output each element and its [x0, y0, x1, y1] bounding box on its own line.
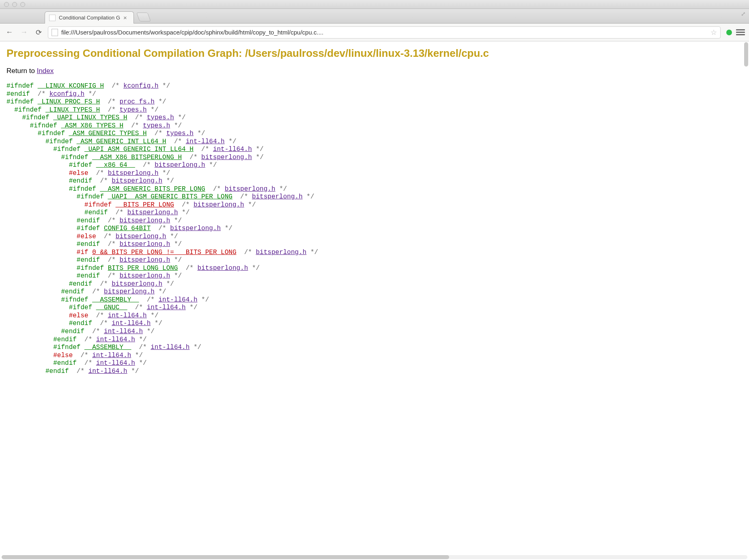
comment: /* bitsperlong.h */	[237, 249, 319, 256]
tab-title: Conditional Compilation G	[59, 15, 120, 21]
directive: #ifndef __LINUX_KCONFIG_H	[6, 82, 104, 90]
extension-icon[interactable]	[726, 30, 732, 35]
header-link[interactable]: bitsperlong.h	[119, 272, 170, 280]
forward-button[interactable]: →	[19, 27, 29, 38]
back-button[interactable]: ←	[4, 27, 15, 38]
traffic-close-icon[interactable]	[4, 2, 9, 7]
header-link[interactable]: types.h	[119, 106, 146, 114]
comment: /* kconfig.h */	[104, 82, 170, 90]
header-link[interactable]: bitsperlong.h	[256, 249, 307, 256]
header-link[interactable]: bitsperlong.h	[119, 217, 170, 224]
header-link[interactable]: int-ll64.h	[96, 336, 135, 343]
reload-button[interactable]: ⟳	[33, 28, 44, 37]
comment: /* int-ll64.h */	[84, 328, 155, 335]
comment: /* int-ll64.h */	[88, 312, 159, 319]
page-viewport[interactable]: Preprocessing Conditional Compilation Gr…	[0, 41, 749, 560]
header-link[interactable]: bitsperlong.h	[252, 193, 303, 200]
traffic-zoom-icon[interactable]	[20, 2, 25, 7]
header-link[interactable]: bitsperlong.h	[155, 162, 205, 169]
traffic-minimize-icon[interactable]	[12, 2, 17, 7]
header-link[interactable]: types.h	[143, 122, 170, 129]
code-line: #ifdef __GNUC__ /* int-ll64.h */	[6, 304, 743, 312]
hamburger-menu-icon[interactable]	[736, 28, 745, 37]
directive: #ifndef _ASM_X86_TYPES_H	[30, 122, 123, 129]
header-link[interactable]: types.h	[166, 130, 194, 137]
directive: #endif	[53, 360, 77, 367]
header-link[interactable]: bitsperlong.h	[194, 201, 244, 209]
comment: /* bitsperlong.h */	[178, 265, 260, 272]
comment: /* int-ll64.h */	[166, 138, 237, 145]
header-link[interactable]: int-ll64.h	[112, 320, 151, 327]
header-link[interactable]: int-ll64.h	[92, 352, 131, 359]
header-link[interactable]: proc_fs.h	[119, 98, 154, 106]
code-line: #else /* int-ll64.h */	[6, 352, 743, 360]
comment: /* int-ll64.h */	[139, 296, 209, 304]
comment: /* int-ll64.h */	[77, 336, 147, 343]
url-input[interactable]	[61, 29, 708, 36]
header-link[interactable]: int-ll64.h	[158, 296, 197, 304]
code-line: #endif /* int-ll64.h */	[6, 320, 743, 328]
window-titlebar	[0, 0, 749, 9]
directive: #endif	[69, 320, 93, 327]
header-link[interactable]: kconfig.h	[50, 90, 84, 98]
code-line: #endif /* bitsperlong.h */	[6, 177, 743, 185]
code-line: #else /* bitsperlong.h */	[6, 233, 743, 241]
browser-tab[interactable]: Conditional Compilation G ×	[45, 11, 134, 24]
return-prefix: Return to	[6, 67, 37, 75]
horizontal-scrollbar-thumb[interactable]	[2, 555, 449, 559]
comment: /* int-ll64.h */	[92, 320, 162, 327]
directive: #ifndef __ASM_GENERIC_BITS_PER_LONG	[69, 185, 205, 193]
header-link[interactable]: bitsperlong.h	[127, 209, 178, 216]
header-link[interactable]: bitsperlong.h	[197, 265, 248, 272]
header-link[interactable]: bitsperlong.h	[112, 280, 162, 288]
header-link[interactable]: int-ll64.h	[147, 304, 186, 311]
directive: #ifdef __GNUC__	[69, 304, 127, 311]
code-line: #ifndef __LINUX_KCONFIG_H /* kconfig.h *…	[6, 82, 743, 90]
header-link[interactable]: bitsperlong.h	[170, 225, 221, 232]
header-link[interactable]: bitsperlong.h	[112, 177, 162, 185]
directive: #ifndef _LINUX_PROC_FS_H	[6, 98, 100, 106]
header-link[interactable]: bitsperlong.h	[119, 256, 170, 264]
code-line: #endif /* int-ll64.h */	[6, 368, 743, 376]
header-link[interactable]: bitsperlong.h	[116, 233, 166, 240]
code-line: #endif /* bitsperlong.h */	[6, 280, 743, 289]
header-link[interactable]: int-ll64.h	[96, 360, 135, 367]
header-link[interactable]: bitsperlong.h	[119, 241, 170, 248]
directive: #endif	[53, 336, 77, 343]
new-tab-button[interactable]	[136, 13, 151, 22]
header-link[interactable]: bitsperlong.h	[104, 288, 155, 295]
comment: /* bitsperlong.h */	[88, 170, 170, 177]
comment: /* int-ll64.h */	[194, 146, 264, 153]
header-link[interactable]: int-ll64.h	[213, 146, 252, 153]
directive: #ifndef __ASSEMBLY__	[61, 296, 139, 304]
comment: /* kconfig.h */	[30, 90, 96, 98]
return-index-link[interactable]: Index	[37, 67, 54, 75]
address-bar[interactable]: ☆	[48, 26, 721, 39]
header-link[interactable]: bitsperlong.h	[201, 154, 252, 161]
comment: /* types.h */	[127, 114, 186, 121]
tab-close-icon[interactable]: ×	[123, 15, 127, 21]
page-icon	[52, 29, 58, 36]
header-link[interactable]: int-ll64.h	[88, 368, 127, 375]
header-link[interactable]: int-ll64.h	[151, 344, 189, 351]
comment: /* bitsperlong.h */	[84, 288, 166, 295]
tab-favicon-icon	[49, 15, 56, 21]
header-link[interactable]: types.h	[147, 114, 174, 121]
comment: /* bitsperlong.h */	[205, 185, 287, 193]
fullscreen-icon[interactable]: ⤢	[741, 11, 746, 17]
header-link[interactable]: int-ll64.h	[108, 312, 147, 319]
header-link[interactable]: kconfig.h	[123, 82, 158, 90]
directive: #endif	[69, 177, 93, 185]
comment: /* proc_fs.h */	[100, 98, 166, 106]
code-line: #endif /* bitsperlong.h */	[6, 209, 743, 217]
header-link[interactable]: bitsperlong.h	[108, 170, 159, 177]
directive: #ifndef __ASM_X86_BITSPERLONG_H	[61, 154, 182, 161]
comment: /* int-ll64.h */	[73, 352, 143, 359]
directive: #else	[69, 170, 88, 177]
header-link[interactable]: int-ll64.h	[104, 328, 143, 335]
header-link[interactable]: int-ll64.h	[186, 138, 225, 145]
horizontal-scrollbar[interactable]	[2, 555, 747, 559]
vertical-scrollbar-thumb[interactable]	[744, 42, 748, 67]
bookmark-star-icon[interactable]: ☆	[710, 28, 717, 37]
header-link[interactable]: bitsperlong.h	[225, 185, 275, 193]
